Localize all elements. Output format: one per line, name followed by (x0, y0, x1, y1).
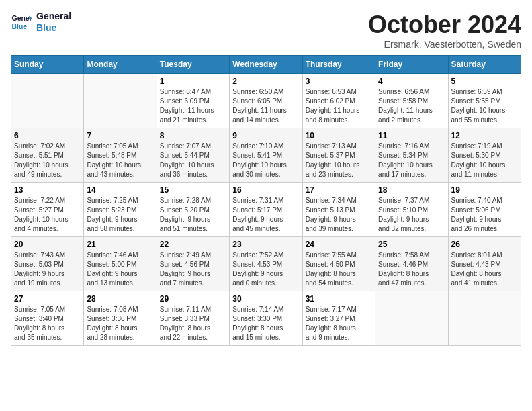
calendar-cell: 17Sunrise: 7:34 AMSunset: 5:13 PMDayligh… (302, 183, 375, 237)
calendar-cell: 26Sunrise: 8:01 AMSunset: 4:43 PMDayligh… (448, 237, 521, 291)
day-detail: Sunrise: 7:10 AMSunset: 5:41 PMDaylight:… (232, 142, 299, 179)
logo-icon: General Blue (11, 11, 32, 33)
day-detail: Sunrise: 7:37 AMSunset: 5:10 PMDaylight:… (378, 196, 445, 234)
calendar-cell: 19Sunrise: 7:40 AMSunset: 5:06 PMDayligh… (448, 183, 521, 237)
day-detail: Sunrise: 7:25 AMSunset: 5:23 PMDaylight:… (87, 196, 153, 234)
calendar-week-row: 13Sunrise: 7:22 AMSunset: 5:27 PMDayligh… (11, 183, 521, 237)
day-number: 20 (14, 240, 81, 249)
weekday-header: Wednesday (230, 56, 302, 74)
calendar-cell: 4Sunrise: 6:56 AMSunset: 5:58 PMDaylight… (375, 74, 448, 128)
day-number: 17 (306, 185, 372, 195)
calendar-cell (11, 74, 84, 128)
calendar-cell: 7Sunrise: 7:05 AMSunset: 5:48 PMDaylight… (84, 128, 157, 183)
day-detail: Sunrise: 6:50 AMSunset: 6:05 PMDaylight:… (232, 87, 299, 125)
day-number: 25 (378, 240, 445, 249)
day-detail: Sunrise: 7:05 AMSunset: 3:40 PMDaylight:… (14, 305, 81, 342)
day-detail: Sunrise: 8:01 AMSunset: 4:43 PMDaylight:… (451, 250, 518, 288)
calendar-cell: 29Sunrise: 7:11 AMSunset: 3:33 PMDayligh… (157, 291, 229, 346)
day-detail: Sunrise: 7:58 AMSunset: 4:46 PMDaylight:… (378, 250, 445, 288)
day-number: 2 (232, 77, 299, 86)
weekday-header: Saturday (448, 56, 521, 74)
calendar-cell: 8Sunrise: 7:07 AMSunset: 5:44 PMDaylight… (157, 128, 229, 183)
day-number: 27 (14, 294, 81, 304)
calendar-cell: 16Sunrise: 7:31 AMSunset: 5:17 PMDayligh… (230, 183, 302, 237)
day-number: 7 (87, 131, 153, 140)
day-detail: Sunrise: 7:55 AMSunset: 4:50 PMDaylight:… (306, 250, 372, 288)
calendar-cell: 12Sunrise: 7:19 AMSunset: 5:30 PMDayligh… (448, 128, 521, 183)
calendar-cell: 6Sunrise: 7:02 AMSunset: 5:51 PMDaylight… (11, 128, 84, 183)
weekday-header: Monday (84, 56, 157, 74)
calendar-subtitle: Ersmark, Vaesterbotten, Sweden (368, 39, 521, 50)
calendar-cell: 21Sunrise: 7:46 AMSunset: 5:00 PMDayligh… (84, 237, 157, 291)
day-detail: Sunrise: 7:31 AMSunset: 5:17 PMDaylight:… (232, 196, 299, 234)
day-detail: Sunrise: 7:19 AMSunset: 5:30 PMDaylight:… (451, 142, 518, 179)
calendar-cell: 20Sunrise: 7:43 AMSunset: 5:03 PMDayligh… (11, 237, 84, 291)
calendar-cell: 18Sunrise: 7:37 AMSunset: 5:10 PMDayligh… (375, 183, 448, 237)
calendar-cell (448, 291, 521, 346)
day-number: 10 (306, 131, 372, 140)
day-number: 14 (87, 185, 153, 195)
calendar-cell: 2Sunrise: 6:50 AMSunset: 6:05 PMDaylight… (230, 74, 302, 128)
day-detail: Sunrise: 7:07 AMSunset: 5:44 PMDaylight:… (160, 142, 226, 179)
day-detail: Sunrise: 7:08 AMSunset: 3:36 PMDaylight:… (87, 305, 153, 342)
day-detail: Sunrise: 7:14 AMSunset: 3:30 PMDaylight:… (232, 305, 299, 342)
day-number: 4 (378, 77, 445, 86)
calendar-table: SundayMondayTuesdayWednesdayThursdayFrid… (11, 55, 521, 346)
day-number: 8 (160, 131, 226, 140)
day-number: 15 (160, 185, 226, 195)
day-number: 3 (306, 77, 372, 86)
day-number: 12 (451, 131, 518, 140)
day-number: 11 (378, 131, 445, 140)
day-number: 26 (451, 240, 518, 249)
calendar-cell: 11Sunrise: 7:16 AMSunset: 5:34 PMDayligh… (375, 128, 448, 183)
day-number: 9 (232, 131, 299, 140)
calendar-cell: 15Sunrise: 7:28 AMSunset: 5:20 PMDayligh… (157, 183, 229, 237)
day-detail: Sunrise: 7:17 AMSunset: 3:27 PMDaylight:… (306, 305, 372, 342)
calendar-cell: 28Sunrise: 7:08 AMSunset: 3:36 PMDayligh… (84, 291, 157, 346)
calendar-cell: 14Sunrise: 7:25 AMSunset: 5:23 PMDayligh… (84, 183, 157, 237)
weekday-header: Friday (375, 56, 448, 74)
calendar-cell: 23Sunrise: 7:52 AMSunset: 4:53 PMDayligh… (230, 237, 302, 291)
day-detail: Sunrise: 7:11 AMSunset: 3:33 PMDaylight:… (160, 305, 226, 342)
day-detail: Sunrise: 7:28 AMSunset: 5:20 PMDaylight:… (160, 196, 226, 234)
day-detail: Sunrise: 6:59 AMSunset: 5:55 PMDaylight:… (451, 87, 518, 125)
day-number: 13 (14, 185, 81, 195)
calendar-cell (84, 74, 157, 128)
calendar-cell: 3Sunrise: 6:53 AMSunset: 6:02 PMDaylight… (302, 74, 375, 128)
day-detail: Sunrise: 7:46 AMSunset: 5:00 PMDaylight:… (87, 250, 153, 288)
weekday-header: Sunday (11, 56, 84, 74)
calendar-cell: 13Sunrise: 7:22 AMSunset: 5:27 PMDayligh… (11, 183, 84, 237)
day-number: 29 (160, 294, 226, 304)
calendar-cell: 5Sunrise: 6:59 AMSunset: 5:55 PMDaylight… (448, 74, 521, 128)
calendar-week-row: 20Sunrise: 7:43 AMSunset: 5:03 PMDayligh… (11, 237, 521, 291)
calendar-cell: 9Sunrise: 7:10 AMSunset: 5:41 PMDaylight… (230, 128, 302, 183)
day-detail: Sunrise: 7:02 AMSunset: 5:51 PMDaylight:… (14, 142, 81, 179)
day-number: 16 (232, 185, 299, 195)
day-number: 30 (232, 294, 299, 304)
day-detail: Sunrise: 7:05 AMSunset: 5:48 PMDaylight:… (87, 142, 153, 179)
calendar-cell: 31Sunrise: 7:17 AMSunset: 3:27 PMDayligh… (302, 291, 375, 346)
day-number: 5 (451, 77, 518, 86)
day-number: 28 (87, 294, 153, 304)
page-header: General Blue General Blue October 2024 E… (11, 11, 521, 50)
calendar-cell: 27Sunrise: 7:05 AMSunset: 3:40 PMDayligh… (11, 291, 84, 346)
weekday-header-row: SundayMondayTuesdayWednesdayThursdayFrid… (11, 56, 521, 74)
logo: General Blue General Blue (11, 11, 71, 34)
day-number: 21 (87, 240, 153, 249)
day-detail: Sunrise: 7:40 AMSunset: 5:06 PMDaylight:… (451, 196, 518, 234)
calendar-cell: 24Sunrise: 7:55 AMSunset: 4:50 PMDayligh… (302, 237, 375, 291)
logo-general: General (36, 11, 71, 22)
calendar-cell: 1Sunrise: 6:47 AMSunset: 6:09 PMDaylight… (157, 74, 229, 128)
day-detail: Sunrise: 7:22 AMSunset: 5:27 PMDaylight:… (14, 196, 81, 234)
weekday-header: Thursday (302, 56, 375, 74)
weekday-header: Tuesday (157, 56, 229, 74)
day-detail: Sunrise: 6:56 AMSunset: 5:58 PMDaylight:… (378, 87, 445, 125)
day-detail: Sunrise: 7:16 AMSunset: 5:34 PMDaylight:… (378, 142, 445, 179)
day-number: 22 (160, 240, 226, 249)
logo-blue: Blue (36, 22, 71, 34)
calendar-cell: 10Sunrise: 7:13 AMSunset: 5:37 PMDayligh… (302, 128, 375, 183)
calendar-cell: 22Sunrise: 7:49 AMSunset: 4:56 PMDayligh… (157, 237, 229, 291)
day-number: 1 (160, 77, 226, 86)
day-detail: Sunrise: 6:47 AMSunset: 6:09 PMDaylight:… (160, 87, 226, 125)
day-number: 19 (451, 185, 518, 195)
